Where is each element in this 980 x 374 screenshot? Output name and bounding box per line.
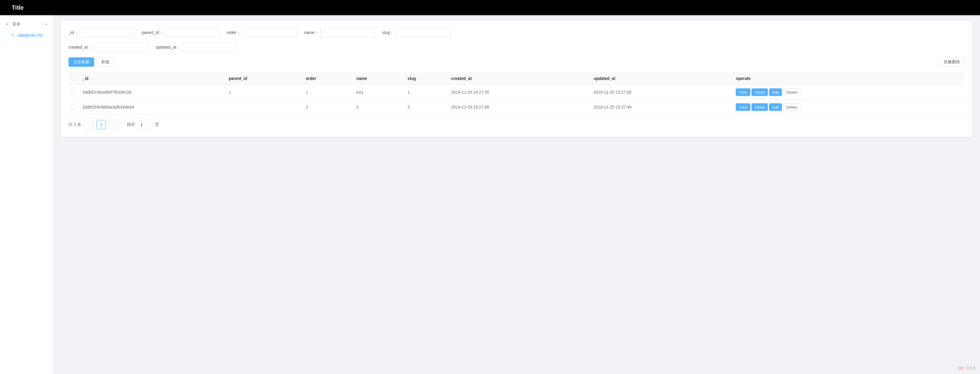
cell-name: 3	[354, 100, 405, 115]
cell-parent-id: 1	[226, 85, 303, 100]
watermark-text: 亿速云	[965, 365, 977, 371]
col-id: _id	[80, 72, 226, 85]
sidebar: 菜单 categories list	[0, 15, 53, 374]
chevron-right-icon	[112, 123, 115, 126]
detail-button[interactable]: Detail	[751, 103, 768, 111]
team-icon	[5, 22, 10, 26]
jump-label: 跳至	[127, 122, 135, 127]
cell-created-at: 2019-11-25 15:27:05	[449, 85, 591, 100]
cell-updated-at: 2019-11-25 15:27:05	[591, 85, 734, 100]
operate-buttons: View Detail Edit Delete	[736, 103, 963, 111]
filter-label: name：	[304, 30, 318, 35]
col-slug: slug	[405, 72, 449, 85]
col-operate: operate	[733, 72, 965, 85]
action-row: 点击检索 新建 批量删除	[68, 57, 965, 67]
filter-slug: slug：	[382, 28, 451, 37]
cell-slug: 1	[405, 85, 449, 100]
select-all-checkbox[interactable]	[71, 75, 75, 80]
parent-id-input[interactable]	[165, 28, 220, 37]
team-icon	[11, 33, 14, 37]
filter-label: created_at：	[68, 45, 92, 50]
cell-order: 2	[303, 100, 354, 115]
order-input[interactable]	[242, 28, 297, 37]
filter-created-at: created_at：	[68, 43, 149, 52]
right-buttons: 批量删除	[939, 57, 965, 67]
created-at-input[interactable]	[94, 43, 149, 52]
filter-label: _id：	[68, 30, 78, 35]
total-text: 共 2 条	[68, 122, 81, 127]
chevron-up-icon	[44, 22, 48, 26]
filter-name: name：	[304, 28, 375, 37]
sidebar-menu-root[interactable]: 菜单	[0, 19, 53, 30]
delete-button[interactable]: Delete	[783, 88, 801, 96]
data-table: _id parent_id order name slug created_at…	[68, 72, 965, 115]
pagination: 共 2 条 1 跳至 页	[68, 120, 965, 129]
cell-name: lucy	[354, 85, 405, 100]
filter-parent-id: parent_id：	[142, 28, 220, 37]
prev-page-button[interactable]	[84, 120, 94, 129]
left-buttons: 点击检索 新建	[68, 57, 114, 67]
col-order: order	[303, 72, 354, 85]
main-card: _id： parent_id： order： name： slug：	[61, 21, 972, 136]
cell-id: 5ddbf2f404886a3afb34364d	[80, 100, 226, 115]
content-area: _id： parent_id： order： name： slug：	[53, 15, 980, 374]
view-button[interactable]: View	[736, 88, 750, 96]
app-header: Title	[0, 0, 980, 15]
detail-button[interactable]: Detail	[751, 88, 768, 96]
slug-input[interactable]	[396, 28, 450, 37]
create-button[interactable]: 新建	[97, 57, 114, 67]
name-input[interactable]	[320, 28, 375, 37]
chevron-left-icon	[88, 123, 91, 126]
col-created-at: created_at	[449, 72, 591, 85]
sidebar-menu-root-left: 菜单	[5, 22, 21, 27]
view-button[interactable]: View	[736, 103, 750, 111]
main-layout: 菜单 categories list _id： parent_id：	[0, 15, 980, 374]
table-row: 5ddbf2f404886a3afb34364d 2 3 3 2019-11-2…	[68, 100, 965, 115]
app-title: Title	[12, 5, 24, 11]
search-button[interactable]: 点击检索	[68, 57, 94, 67]
col-updated-at: updated_at	[591, 72, 734, 85]
filter-label: order：	[227, 30, 240, 35]
filter-id: _id：	[68, 28, 135, 37]
row-checkbox[interactable]	[71, 105, 75, 109]
filter-row-1: _id： parent_id： order： name： slug：	[68, 28, 965, 37]
batch-delete-button[interactable]: 批量删除	[939, 57, 965, 67]
cell-order: 1	[303, 85, 354, 100]
edit-button[interactable]: Edit	[769, 103, 782, 111]
delete-button[interactable]: Delete	[783, 103, 801, 111]
cell-parent-id	[226, 100, 303, 115]
jump-input[interactable]	[138, 120, 152, 129]
sidebar-item-label: categories list	[18, 33, 43, 37]
filter-label: parent_id：	[142, 30, 163, 35]
next-page-button[interactable]	[109, 120, 118, 129]
cell-slug: 3	[405, 100, 449, 115]
col-name: name	[354, 72, 405, 85]
filter-order: order：	[227, 28, 297, 37]
filter-label: slug：	[382, 30, 394, 35]
edit-button[interactable]: Edit	[769, 88, 782, 96]
operate-buttons: View Detail Edit Delete	[736, 88, 963, 96]
sidebar-item-categories[interactable]: categories list	[0, 30, 53, 40]
id-input[interactable]	[80, 28, 135, 37]
filter-updated-at: updated_at：	[156, 43, 237, 52]
col-parent-id: parent_id	[226, 72, 303, 85]
filter-row-2: created_at： updated_at：	[68, 43, 965, 52]
cell-id: 5ddbf2c9be4b6f7f633fe29c	[80, 85, 226, 100]
row-checkbox[interactable]	[71, 89, 75, 94]
page-number-button[interactable]: 1	[97, 120, 106, 129]
table-row: 5ddbf2c9be4b6f7f633fe29c 1 1 lucy 1 2019…	[68, 85, 965, 100]
sidebar-menu-label: 菜单	[12, 22, 21, 27]
cell-created-at: 2019-11-25 15:27:48	[449, 100, 591, 115]
page-suffix: 页	[155, 122, 159, 127]
cloud-icon	[958, 366, 964, 370]
updated-at-input[interactable]	[182, 43, 237, 52]
filter-label: updated_at：	[156, 45, 180, 50]
watermark: 亿速云	[958, 365, 977, 371]
cell-updated-at: 2019-11-25 15:27:48	[591, 100, 734, 115]
